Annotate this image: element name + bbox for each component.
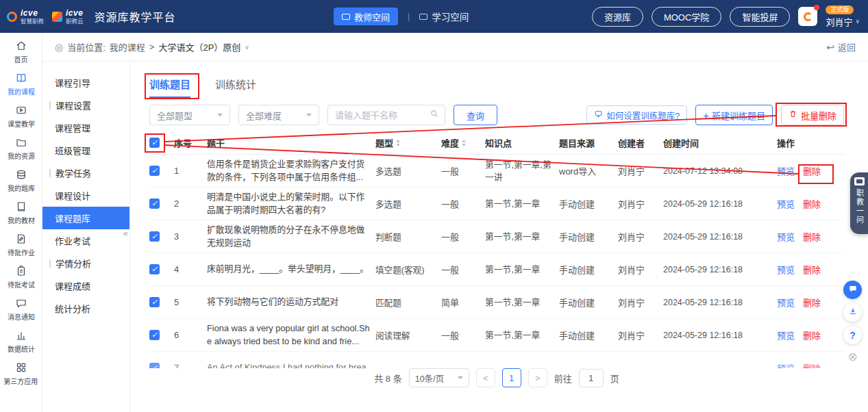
row-checkbox[interactable]: ✓ bbox=[149, 264, 160, 274]
preview-link[interactable]: 预览 bbox=[777, 230, 795, 243]
created-time: 2024-07-12 13:34:08 bbox=[663, 166, 777, 176]
col-header-difficulty[interactable]: 难度 bbox=[441, 136, 485, 149]
sidebar-item-my-resources[interactable]: 我的资源 bbox=[0, 132, 42, 164]
search-input[interactable] bbox=[334, 110, 430, 121]
sort-icon[interactable] bbox=[462, 140, 466, 146]
help-float-button[interactable]: ? bbox=[843, 326, 862, 344]
sidebar-item-home[interactable]: 首页 bbox=[0, 36, 42, 68]
sidebar-collapse-icon[interactable]: « bbox=[123, 228, 128, 238]
chevron-down-icon bbox=[217, 114, 223, 119]
teacher-space-button[interactable]: 教师空间 bbox=[334, 8, 398, 25]
chevron-down-icon[interactable]: ∨ bbox=[245, 44, 249, 51]
prev-page-button[interactable]: < bbox=[476, 368, 495, 387]
sidebar-group-learning-analysis: 学情分析 bbox=[42, 252, 129, 274]
delete-link[interactable]: 删除 bbox=[803, 230, 821, 243]
batch-delete-button[interactable]: 批量删除 bbox=[781, 105, 844, 125]
page-size-select[interactable]: 10条/页 bbox=[409, 368, 469, 387]
sidebar-item-pending-exams[interactable]: 待批考试 bbox=[0, 261, 42, 293]
row-checkbox[interactable]: ✓ bbox=[149, 363, 160, 368]
row-checkbox[interactable]: ✓ bbox=[149, 297, 160, 307]
table-header-row: ✓ 序号 题干 题型 难度 知识点 题目来源 创建者 创建时间 操作 bbox=[149, 131, 844, 155]
sidebar-item-data-statistics[interactable]: 数据统计 bbox=[0, 325, 42, 357]
sidebar-item-pending-homework[interactable]: 待批作业 bbox=[0, 229, 42, 261]
row-checkbox[interactable]: ✓ bbox=[149, 231, 160, 242]
question-type: 多选题 bbox=[375, 197, 441, 210]
notification-logo-button[interactable] bbox=[798, 7, 817, 26]
sidebar-group-course-settings: 课程设置 bbox=[42, 94, 129, 116]
row-no: 5 bbox=[174, 297, 207, 307]
home-icon bbox=[15, 40, 27, 52]
exam-icon bbox=[15, 265, 27, 277]
message-icon bbox=[15, 297, 27, 309]
preview-link[interactable]: 预览 bbox=[777, 296, 795, 309]
delete-link[interactable]: 删除 bbox=[803, 361, 821, 368]
icve-zhihuizhijiao-logo[interactable]: icve 智慧职教 bbox=[7, 9, 44, 25]
row-checkbox[interactable]: ✓ bbox=[149, 198, 160, 209]
sidebar-item-course-question-bank[interactable]: 课程题库 bbox=[42, 207, 129, 229]
smart-casting-button[interactable]: 智能投屏 bbox=[730, 7, 790, 27]
filter-toolbar: 全部题型 全部难度 查询 如何设置训练题库? + 新建训练题目 批量删除 bbox=[149, 104, 868, 126]
close-float-icon[interactable]: ⊗ bbox=[843, 348, 862, 366]
sidebar-item-course-management[interactable]: 课程管理 bbox=[42, 116, 129, 139]
tab-training-statistics[interactable]: 训练统计 bbox=[215, 77, 256, 98]
help-link[interactable]: 如何设置训练题库? bbox=[586, 105, 687, 125]
delete-link[interactable]: 删除 bbox=[803, 296, 821, 309]
question-difficulty: 一般 bbox=[441, 230, 485, 243]
delete-link[interactable]: 删除 bbox=[803, 197, 821, 210]
difficulty-filter[interactable]: 全部难度 bbox=[238, 105, 319, 125]
row-no: 3 bbox=[174, 231, 207, 242]
col-header-no: 序号 bbox=[174, 136, 207, 149]
icve-logo-icon bbox=[7, 12, 17, 22]
creator: 刘肖宁 bbox=[618, 329, 663, 342]
sidebar-item-notifications[interactable]: 消息通知 bbox=[0, 293, 42, 325]
user-menu[interactable]: 正式版 刘肖宁 ∨ bbox=[826, 5, 860, 28]
preview-link[interactable]: 预览 bbox=[777, 263, 795, 276]
goto-page-input[interactable] bbox=[579, 369, 604, 387]
table-row: ✓ 6 Fiona was a very popular girl at sch… bbox=[149, 319, 844, 352]
mooc-academy-button[interactable]: MOOC学院 bbox=[652, 7, 721, 27]
row-checkbox[interactable]: ✓ bbox=[149, 330, 160, 340]
row-checkbox[interactable]: ✓ bbox=[149, 166, 160, 176]
resource-library-button[interactable]: 资源库 bbox=[592, 7, 643, 27]
back-button[interactable]: ↩ 返回 bbox=[826, 40, 856, 53]
learning-space-link[interactable]: 学习空间 bbox=[419, 10, 469, 23]
create-question-button[interactable]: + 新建训练题目 bbox=[695, 105, 773, 125]
icve-zhijiaoyun-logo[interactable]: icve 职教云 bbox=[52, 9, 84, 25]
preview-link[interactable]: 预览 bbox=[777, 164, 795, 177]
chat-icon bbox=[848, 284, 858, 296]
sidebar-item-course-grades[interactable]: 课程成绩 bbox=[42, 274, 129, 297]
tab-training-questions[interactable]: 训练题目 bbox=[149, 77, 190, 98]
total-count: 共 8 条 bbox=[374, 372, 401, 385]
sidebar-item-my-courses[interactable]: 我的课程 bbox=[0, 68, 42, 100]
delete-link[interactable]: 删除 bbox=[803, 329, 821, 342]
select-all-checkbox[interactable]: ✓ bbox=[149, 138, 160, 148]
sidebar-item-statistics-analysis[interactable]: 统计分析 bbox=[42, 297, 129, 320]
chat-assistant-button[interactable] bbox=[843, 281, 862, 299]
sidebar-item-my-question-bank[interactable]: 我的题库 bbox=[0, 164, 42, 196]
preview-link[interactable]: 预览 bbox=[777, 197, 795, 210]
current-page-button[interactable]: 1 bbox=[502, 368, 521, 387]
sidebar-item-classroom-teaching[interactable]: 课堂教学 bbox=[0, 100, 42, 132]
next-page-button[interactable]: > bbox=[528, 368, 547, 387]
sort-icon[interactable] bbox=[396, 140, 400, 146]
breadcrumb-current[interactable]: 大学语文（2P）原创 bbox=[158, 40, 240, 53]
sidebar-item-course-design[interactable]: 课程设计 bbox=[42, 184, 129, 207]
col-header-type[interactable]: 题型 bbox=[375, 136, 441, 149]
sidebar-item-my-textbooks[interactable]: 我的教材 bbox=[0, 196, 42, 229]
sidebar-item-class-management[interactable]: 班级管理 bbox=[42, 139, 129, 162]
preview-link[interactable]: 预览 bbox=[777, 329, 795, 342]
question-type-filter[interactable]: 全部题型 bbox=[149, 105, 230, 125]
sidebar-item-course-guide[interactable]: 课程引导 bbox=[42, 71, 129, 94]
delete-link[interactable]: 删除 bbox=[803, 164, 821, 177]
download-button[interactable] bbox=[843, 303, 862, 322]
zhijiao-assistant-tab[interactable]: 职教一问 bbox=[850, 172, 868, 234]
sidebar-item-homework-exams[interactable]: 作业考试 bbox=[42, 229, 129, 252]
query-button[interactable]: 查询 bbox=[454, 105, 497, 125]
location-icon: ◎ bbox=[55, 42, 63, 53]
preview-link[interactable]: 预览 bbox=[777, 361, 795, 368]
breadcrumb-root[interactable]: 我的课程 bbox=[110, 40, 145, 53]
question-difficulty: 一般 bbox=[441, 329, 485, 342]
table-row: ✓ 5 将下列动物与它们的运动方式配对 匹配题 简单 第一节,第一章 手动创建 … bbox=[149, 286, 844, 319]
sidebar-item-third-party-apps[interactable]: 第三方应用 bbox=[0, 357, 42, 389]
delete-link[interactable]: 删除 bbox=[803, 263, 821, 276]
